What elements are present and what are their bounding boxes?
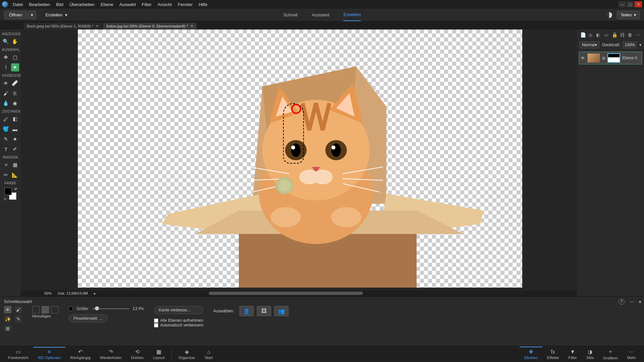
lock-icon[interactable]: 🔒 [612, 32, 617, 38]
collapse-icon[interactable]: ▾ [639, 299, 641, 304]
close-tab-icon[interactable]: × [191, 24, 193, 28]
bottom-wz-optionen[interactable]: ≡WZ-Optionen [33, 347, 65, 361]
canvas[interactable] [78, 29, 522, 288]
panel-menu-icon[interactable]: ⋯ [636, 32, 641, 38]
hand-tool-icon[interactable]: ✋ [11, 38, 19, 46]
bottom-fotobereich[interactable]: ▭Fotobereich [3, 347, 33, 361]
blur-tool-icon[interactable]: 💧 [2, 99, 10, 107]
chevron-down-icon[interactable]: ▾ [639, 43, 641, 47]
magic-wand-variant-icon[interactable]: ✨ [4, 315, 11, 323]
layer-row[interactable]: 👁 ⛓ Ebene 0 [579, 52, 642, 64]
menu-ueberarbeiten[interactable]: Überarbeiten [69, 2, 95, 7]
menu-fenster[interactable]: Fenster [178, 2, 193, 7]
menu-bearbeiten[interactable]: Bearbeiten [29, 2, 50, 7]
lasso-tool-icon[interactable]: ⌇ [2, 63, 10, 71]
close-tab-icon[interactable]: × [96, 24, 98, 28]
color-swatch[interactable]: ⇄ ◱ [4, 188, 16, 200]
pencil-tool-icon[interactable]: ✐ [11, 145, 19, 153]
mask-thumbnail[interactable] [607, 53, 620, 63]
menu-filter[interactable]: Filter [142, 2, 152, 7]
bottom-rotate[interactable]: ⟲Drehen [126, 347, 148, 361]
content-move-tool-icon[interactable]: ✂ [2, 171, 10, 179]
mode-expert[interactable]: Erweitert [343, 9, 361, 21]
layer-name[interactable]: Ebene 0 [622, 56, 637, 60]
quick-select-variant-icon[interactable]: ✶ [4, 306, 11, 313]
mode-add-button[interactable] [42, 306, 49, 313]
close-button[interactable]: ✕ [635, 1, 642, 7]
menu-ebene[interactable]: Ebene [101, 2, 113, 7]
menu-hilfe[interactable]: Hilfe [199, 2, 207, 7]
clone-stamp-tool-icon[interactable]: ⎘ [11, 89, 19, 97]
text-tool-icon[interactable]: T [2, 145, 10, 153]
minimize-button[interactable]: — [619, 1, 626, 7]
brush-settings-button[interactable]: Pinseleinstell. ... [68, 314, 108, 322]
smart-brush-tool-icon[interactable]: 🖌 [2, 89, 10, 97]
trash-icon[interactable]: 🗑 [628, 32, 633, 38]
move-tool-icon[interactable]: ✥ [2, 53, 10, 61]
canvas-horizontal-scrollbar[interactable] [209, 292, 363, 295]
visibility-icon[interactable]: 👁 [581, 56, 585, 61]
auto-select-variant-icon[interactable]: ⊞ [4, 325, 11, 332]
zoom-tool-icon[interactable]: 🔍 [2, 38, 10, 46]
bottom-organizer[interactable]: ◈Organizer [174, 347, 200, 361]
bottom-start[interactable]: ⌂Start [200, 348, 217, 361]
all-layers-checkbox[interactable]: Alle Ebenen aufnehmen [154, 318, 204, 323]
blend-mode-select[interactable]: Normal▾ [580, 42, 599, 48]
selection-brush-variant-icon[interactable]: 🖌 [15, 306, 22, 313]
bottom-redo[interactable]: ↷Wiederholen [95, 347, 126, 361]
refine-edge-button[interactable]: Kante verbesse... [154, 306, 204, 314]
default-colors-icon[interactable]: ◱ [4, 197, 7, 200]
crop-tool-icon[interactable]: ⌗ [2, 161, 10, 169]
foreground-color-swatch[interactable] [4, 188, 12, 195]
bottom-effekte[interactable]: fxEffekte [542, 348, 564, 361]
refine-brush-variant-icon[interactable]: ✎ [15, 315, 22, 323]
menu-auswahl[interactable]: Auswahl [119, 2, 136, 7]
select-sky-button[interactable]: 🖼 [257, 306, 271, 316]
select-subject-button[interactable]: 👤 [239, 306, 254, 316]
share-button[interactable]: Teilen▾ [617, 11, 640, 19]
open-dropdown[interactable]: ▾ [28, 11, 36, 19]
bottom-filter[interactable]: ▼Filter [564, 348, 582, 361]
picker-tool-icon[interactable]: ✎ [2, 135, 10, 143]
straighten-tool-icon[interactable]: 📐 [11, 171, 19, 179]
select-background-button[interactable]: 👥 [274, 306, 288, 316]
layer-thumbnail[interactable] [587, 53, 600, 63]
status-chevron-icon[interactable]: ▸ [94, 291, 96, 296]
help-icon[interactable]: ? [619, 299, 625, 305]
mode-subtract-button[interactable] [51, 306, 58, 313]
menu-ansicht[interactable]: Ansicht [158, 2, 172, 7]
theme-toggle-icon[interactable] [606, 12, 612, 18]
size-slider[interactable] [92, 308, 129, 309]
menu-datei[interactable]: Datei [13, 2, 23, 7]
size-value[interactable]: 13 Px [132, 306, 144, 311]
zoom-level[interactable]: 50% [44, 291, 52, 295]
link-icon[interactable]: ⛓ [620, 32, 625, 38]
maximize-button[interactable]: ▢ [627, 1, 634, 7]
auto-enhance-checkbox[interactable]: Automatisch verbessern [154, 323, 204, 327]
canvas-area[interactable]: 50% Dok: 13,5M/19,9M ▸ [21, 29, 644, 296]
bottom-layout[interactable]: ▦Layout [148, 347, 169, 361]
spot-heal-tool-icon[interactable]: 🩹 [11, 79, 19, 87]
menu-bild[interactable]: Bild [56, 2, 63, 7]
adjustment-icon[interactable]: ◐ [596, 32, 601, 38]
mode-quick[interactable]: Schnell [283, 9, 298, 21]
bottom-stile[interactable]: ◑Stile [582, 347, 598, 361]
fill-tool-icon[interactable]: 🪣 [2, 125, 10, 133]
recompose-tool-icon[interactable]: ▦ [11, 161, 19, 169]
panel-more-icon[interactable]: ⋯ [630, 299, 634, 304]
new-layer-icon[interactable]: 📄 [580, 32, 586, 38]
shape-tool-icon[interactable]: ★ [11, 135, 19, 143]
gradient-tool-icon[interactable]: ▬ [11, 125, 19, 133]
slider-thumb[interactable] [95, 306, 99, 310]
bottom-undo[interactable]: ↶Rückgängig [65, 347, 95, 361]
bottom-mehr[interactable]: ⋯Mehr [623, 347, 641, 361]
mask-icon[interactable]: ▭ [604, 32, 609, 38]
quick-select-tool-icon[interactable]: ✶ [11, 63, 19, 71]
brush-preview-icon[interactable] [68, 306, 73, 311]
mode-guided[interactable]: Assistent [312, 9, 329, 21]
document-tab[interactable]: Katze.jpg bei 50% (Ebene 0, Ebenenmaske/… [103, 23, 197, 29]
redeye-tool-icon[interactable]: 👁 [2, 79, 10, 87]
opacity-input[interactable]: 100% [623, 42, 637, 48]
open-button[interactable]: Öffnen [4, 11, 27, 19]
swap-colors-icon[interactable]: ⇄ [14, 187, 17, 190]
